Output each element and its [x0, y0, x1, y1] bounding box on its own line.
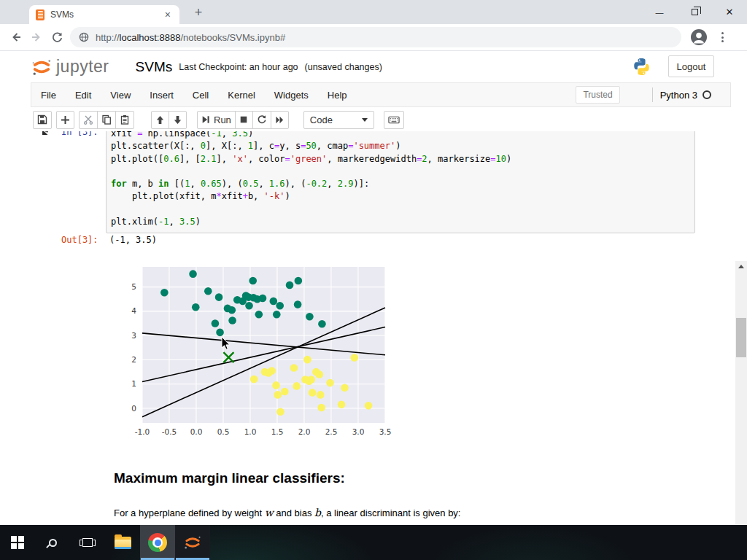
tab-title: SVMs: [50, 9, 163, 20]
page-scrollbar[interactable]: [735, 261, 747, 525]
browser-toolbar: http://localhost:8888/notebooks/SVMs.ipy…: [0, 24, 747, 51]
menubar: File Edit View Insert Cell Kernel Widget…: [31, 82, 731, 107]
menu-file[interactable]: File: [31, 90, 66, 101]
svg-text:0.5: 0.5: [217, 427, 230, 436]
scrollbar-thumb[interactable]: [736, 318, 746, 357]
interrupt-kernel-button[interactable]: [235, 111, 253, 129]
notebook-content: In [3]: xfit = np.linspace(-1, 3.5)plt.s…: [0, 131, 747, 525]
start-button[interactable]: [0, 525, 35, 560]
browser-menu-button[interactable]: [713, 28, 731, 46]
menu-help[interactable]: Help: [318, 90, 357, 101]
minimize-button[interactable]: —: [642, 0, 677, 24]
paste-icon: [120, 114, 130, 125]
trusted-badge[interactable]: Trusted: [576, 86, 619, 104]
restore-icon: [692, 9, 698, 15]
close-button[interactable]: ✕: [712, 0, 747, 24]
menu-edit[interactable]: Edit: [66, 90, 101, 101]
url-bar[interactable]: http://localhost:8888/notebooks/SVMs.ipy…: [70, 27, 681, 47]
matplotlib-figure: -1.0-0.50.00.51.01.52.02.53.03.5012345: [109, 264, 401, 440]
notebook-toolbar: Run Code: [0, 108, 747, 131]
scroll-up-button[interactable]: [735, 261, 747, 271]
kernel-idle-icon: [703, 90, 711, 99]
svg-text:0.0: 0.0: [190, 427, 203, 436]
step-forward-icon: [201, 115, 210, 124]
keyboard-icon: [388, 114, 400, 125]
svg-text:-0.5: -0.5: [162, 427, 177, 436]
add-cell-button[interactable]: [56, 111, 74, 129]
url-text: http://localhost:8888/notebooks/SVMs.ipy…: [96, 32, 285, 43]
jupyter-taskbar-icon: [183, 533, 202, 552]
windows-logo-icon: [11, 536, 24, 549]
fast-forward-icon: [275, 115, 285, 125]
copy-cell-button[interactable]: [97, 111, 116, 129]
new-tab-button[interactable]: +: [190, 4, 207, 21]
para-text: For a hyperplane defined by weight: [114, 508, 265, 518]
cell-type-value: Code: [310, 114, 333, 125]
menu-cell[interactable]: Cell: [183, 90, 218, 101]
folder-icon: [115, 537, 131, 549]
svg-text:3.0: 3.0: [352, 427, 365, 436]
restart-run-all-button[interactable]: [271, 111, 289, 129]
code-editor[interactable]: xfit = np.linspace(-1, 3.5)plt.scatter(X…: [111, 131, 689, 228]
output-row: Out[3]: (-1, 3.5): [61, 235, 157, 245]
command-palette-button[interactable]: [384, 111, 404, 129]
restart-kernel-button[interactable]: [252, 111, 271, 129]
restore-button[interactable]: [677, 0, 712, 24]
svg-text:1.5: 1.5: [271, 427, 284, 436]
svg-text:1.0: 1.0: [244, 427, 257, 436]
jupyter-header: jupyter SVMs Last Checkpoint: an hour ag…: [0, 51, 747, 82]
menu-view[interactable]: View: [101, 90, 140, 101]
cut-cell-button[interactable]: [79, 111, 98, 129]
svg-text:2: 2: [131, 355, 136, 364]
run-cell-button[interactable]: Run: [197, 111, 236, 129]
jupyter-taskbar-button[interactable]: [175, 525, 210, 560]
menu-insert[interactable]: Insert: [140, 90, 183, 101]
scissors-icon: [83, 114, 93, 125]
checkpoint-status: Last Checkpoint: an hour ago: [179, 62, 298, 72]
clipped-cell-fragment: [42, 131, 49, 136]
svg-text:2.0: 2.0: [298, 427, 311, 436]
chrome-taskbar-button[interactable]: [140, 525, 175, 560]
output-value: (-1, 3.5): [109, 235, 157, 245]
cell-type-select[interactable]: Code: [303, 111, 374, 129]
task-view-button[interactable]: [70, 525, 105, 560]
para-text: , a linear discriminant is given by:: [321, 508, 460, 518]
menu-kernel[interactable]: Kernel: [218, 90, 265, 101]
person-icon: [690, 28, 708, 46]
svg-text:4: 4: [131, 306, 136, 315]
back-arrow-icon: [9, 31, 23, 44]
chevron-down-icon: [362, 118, 368, 122]
arrow-up-icon: [155, 115, 165, 125]
save-button[interactable]: [33, 111, 52, 129]
forward-button[interactable]: [26, 27, 47, 47]
arrow-down-icon: [173, 115, 182, 125]
notebook-title[interactable]: SVMs: [136, 59, 173, 75]
back-button[interactable]: [6, 27, 26, 47]
paste-cell-button[interactable]: [115, 111, 134, 129]
search-icon: [49, 539, 57, 547]
logout-button[interactable]: Logout: [668, 55, 714, 77]
stop-icon: [239, 115, 248, 124]
move-cell-down-button[interactable]: [169, 111, 187, 129]
math-b: b: [314, 507, 321, 518]
jupyter-logo-text[interactable]: jupyter: [56, 57, 109, 77]
kernel-divider: [652, 88, 653, 102]
markdown-heading: Maximum margin linear classifiers:: [114, 470, 345, 486]
svg-text:3.5: 3.5: [379, 427, 392, 436]
profile-avatar[interactable]: [690, 28, 708, 46]
jupyter-logo-icon[interactable]: [31, 56, 53, 78]
markdown-paragraph: For a hyperplane defined by weight w and…: [114, 507, 461, 518]
file-explorer-button[interactable]: [105, 525, 140, 560]
reload-icon: [51, 31, 63, 44]
taskbar-search-button[interactable]: [35, 525, 70, 560]
browser-tab-svms[interactable]: SVMs ×: [29, 5, 179, 24]
triangle-up-icon: [738, 265, 744, 268]
move-cell-up-button[interactable]: [151, 111, 169, 129]
reload-button[interactable]: [47, 27, 67, 47]
svg-text:5: 5: [131, 282, 136, 291]
menu-widgets[interactable]: Widgets: [265, 90, 318, 101]
tab-close-icon[interactable]: ×: [163, 9, 173, 20]
copy-icon: [101, 114, 112, 125]
code-cell-input[interactable]: xfit = np.linspace(-1, 3.5)plt.scatter(X…: [106, 131, 695, 233]
restart-icon: [257, 114, 267, 125]
